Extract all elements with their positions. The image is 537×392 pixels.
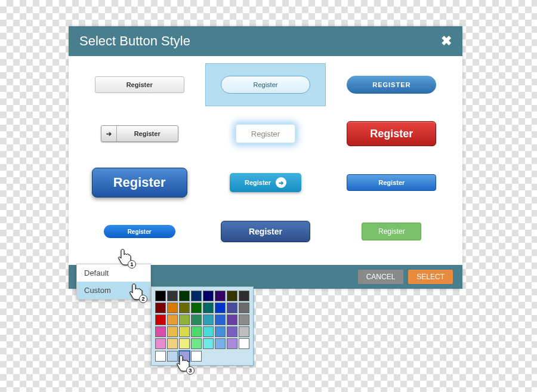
select-button-style-dialog: Select Button Style ✖ Register Register … (69, 26, 462, 289)
color-swatch[interactable] (155, 326, 166, 337)
swatch-grid (155, 291, 249, 349)
menu-item-custom-label: Custom (84, 286, 111, 295)
arrow-right-icon: ➔ (101, 126, 117, 141)
color-swatch[interactable] (215, 314, 226, 325)
styles-grid: Register Register REGISTER ➔Register Reg… (69, 56, 462, 265)
color-swatch[interactable] (191, 351, 202, 362)
color-swatch[interactable] (227, 338, 237, 349)
color-swatch[interactable] (155, 351, 166, 362)
select-label: SELECT (416, 273, 445, 281)
style-option-1[interactable]: Register (79, 63, 199, 106)
color-swatch[interactable] (239, 291, 249, 301)
style-11-label: Register (249, 227, 282, 236)
color-swatch[interactable] (179, 314, 190, 325)
dropdown-menu: Default Custom ▶ (76, 264, 151, 300)
arrow-circle-icon: ➔ (276, 177, 286, 188)
style-option-9[interactable]: Register (332, 161, 452, 204)
style-option-10[interactable]: Register (79, 210, 199, 253)
cursor-badge-3: 3 (186, 366, 195, 375)
color-swatch[interactable] (191, 338, 202, 349)
color-swatch[interactable] (215, 303, 226, 313)
color-swatch[interactable] (179, 303, 190, 313)
style-8-label: Register (245, 179, 271, 186)
color-picker-panel (151, 286, 254, 366)
style-option-12[interactable]: Register (332, 210, 452, 253)
color-swatch[interactable] (203, 338, 214, 349)
dialog-title: Select Button Style (79, 33, 190, 49)
style-option-11[interactable]: Register (205, 210, 325, 253)
color-swatch[interactable] (227, 326, 237, 337)
style-12-label: Register (378, 227, 405, 236)
cancel-button[interactable]: CANCEL (358, 270, 404, 284)
color-swatch[interactable] (167, 351, 178, 362)
style-7-label: Register (113, 175, 166, 190)
color-swatch[interactable] (167, 303, 178, 313)
color-swatch[interactable] (167, 314, 178, 325)
color-swatch[interactable] (155, 314, 166, 325)
cancel-label: CANCEL (366, 273, 396, 281)
style-option-3[interactable]: REGISTER (332, 63, 452, 106)
style-9-label: Register (378, 179, 405, 186)
color-swatch[interactable] (227, 314, 237, 325)
color-swatch[interactable] (155, 338, 166, 349)
style-option-7[interactable]: Register (79, 161, 199, 204)
style-6-label: Register (370, 128, 413, 140)
menu-item-default-label: Default (84, 268, 109, 277)
color-swatch[interactable] (179, 338, 190, 349)
color-swatch[interactable] (239, 326, 249, 337)
color-swatch[interactable] (191, 326, 202, 337)
close-icon[interactable]: ✖ (441, 33, 452, 49)
style-2-label: Register (254, 81, 278, 88)
style-option-4[interactable]: ➔Register (79, 112, 199, 155)
color-swatch[interactable] (203, 314, 214, 325)
select-button[interactable]: SELECT (408, 270, 453, 284)
color-swatch[interactable] (239, 338, 249, 349)
color-swatch[interactable] (203, 326, 214, 337)
color-swatch[interactable] (179, 326, 190, 337)
style-3-label: REGISTER (372, 81, 411, 88)
menu-item-custom[interactable]: Custom ▶ (77, 282, 150, 299)
style-option-8[interactable]: Register➔ (205, 161, 325, 204)
style-option-6[interactable]: Register (332, 112, 452, 155)
color-swatch[interactable] (215, 326, 226, 337)
color-swatch[interactable] (227, 291, 237, 301)
color-swatch[interactable] (167, 326, 178, 337)
style-4-label: Register (117, 130, 178, 137)
color-swatch[interactable] (191, 303, 202, 313)
color-swatch[interactable] (227, 303, 237, 313)
style-option-2[interactable]: Register (205, 63, 325, 106)
color-swatch[interactable] (167, 291, 178, 301)
style-option-5[interactable]: Register (205, 112, 325, 155)
color-swatch[interactable] (239, 314, 249, 325)
style-1-label: Register (126, 81, 153, 88)
color-swatch[interactable] (215, 291, 226, 301)
style-10-label: Register (128, 229, 152, 235)
color-swatch[interactable] (239, 303, 249, 313)
color-swatch[interactable] (179, 351, 190, 362)
color-swatch[interactable] (179, 291, 190, 301)
color-swatch[interactable] (215, 338, 226, 349)
color-swatch[interactable] (155, 303, 166, 313)
color-swatch[interactable] (155, 291, 166, 301)
menu-item-default[interactable]: Default (77, 264, 150, 282)
color-swatch[interactable] (167, 338, 178, 349)
color-swatch[interactable] (191, 291, 202, 301)
color-swatch[interactable] (191, 314, 202, 325)
color-swatch[interactable] (203, 291, 214, 301)
color-swatch[interactable] (203, 303, 214, 313)
dialog-header: Select Button Style ✖ (69, 26, 462, 56)
chevron-right-icon: ▶ (138, 287, 143, 294)
swatch-extra-row (155, 351, 249, 362)
style-5-label: Register (251, 129, 280, 138)
